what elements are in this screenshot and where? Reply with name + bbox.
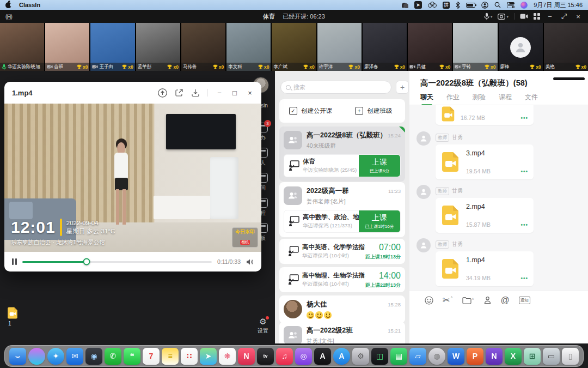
folder-caret[interactable]: ˄ — [472, 297, 474, 301]
chat-tab[interactable]: 文件 — [525, 93, 538, 106]
dock-reminders-icon[interactable]: ∷ — [181, 348, 198, 365]
share-icon[interactable] — [158, 88, 167, 98]
conversation-card[interactable]: 高一2022级2班 15:21 甘勇:[文件] — [279, 322, 405, 343]
dock-excel-icon[interactable]: X — [505, 348, 522, 365]
emoji-icon[interactable] — [425, 296, 433, 305]
webcam-dropdown-caret[interactable]: ▾ — [506, 15, 509, 19]
open-external-icon[interactable] — [175, 88, 183, 97]
account-icon[interactable] — [481, 1, 488, 9]
sender-avatar[interactable] — [416, 131, 431, 146]
download-icon[interactable] — [191, 88, 200, 97]
pause-button[interactable] — [12, 258, 17, 265]
dock-finder-icon[interactable]: ⌣ — [9, 348, 26, 365]
file-more-button[interactable]: ••• — [520, 168, 528, 174]
upcoming-lesson-card[interactable]: 高中物理、生物学法指导 华迈谭保鸿 (10小时) 14:00 距上课22时13分 — [279, 267, 405, 292]
window-resize-button[interactable]: ⤢ — [560, 12, 568, 21]
participant-tile[interactable]: 马传善 x0 — [181, 23, 225, 71]
dock-mail-icon[interactable]: ✉ — [66, 348, 83, 365]
seek-knob[interactable] — [83, 258, 90, 266]
mention-icon[interactable]: @ — [501, 295, 510, 305]
file-message-card[interactable]: 1.mp4 34.19 MB ••• — [436, 251, 534, 286]
chat-bubbles-icon[interactable] — [400, 2, 408, 8]
participant-tile[interactable]: 孟芊彤 x0 — [136, 23, 180, 71]
player-titlebar[interactable]: 1.mp4 − □ × — [4, 82, 261, 104]
player-minimize-button[interactable]: − — [216, 89, 223, 97]
sidebar-item-settings[interactable]: ⚙ 设置 — [250, 317, 275, 335]
dock-app-store-icon[interactable]: A — [333, 348, 350, 365]
partial-file-card[interactable]: 16.72 MB••• — [436, 105, 534, 125]
sender-avatar[interactable] — [416, 238, 431, 252]
microphone-icon[interactable]: ▾ — [484, 13, 493, 20]
dock-photo-booth-icon[interactable]: ◉ — [85, 348, 102, 365]
chat-tab[interactable]: 聊天 — [420, 93, 433, 106]
video-frame[interactable]: 12:01 2022-09-04 星期日 多云 31°C 乐东黎族自治县 · 龙… — [4, 104, 261, 252]
desktop-file-chip[interactable]: 1 — [7, 306, 20, 327]
participant-tile[interactable]: 宇铃 x0 — [453, 23, 497, 71]
dock-safari-icon[interactable]: ✦ — [47, 348, 64, 365]
dock-podcasts-icon[interactable]: ◎ — [295, 348, 312, 365]
screenshot-scissors-icon[interactable]: ✂˄ — [443, 295, 453, 305]
dock-music-icon[interactable]: ♫ — [276, 348, 293, 365]
conversation-card[interactable]: 高一2022级8班（弘毅班） 15:24 40来班级群 体育 华迈实验陈晓旭 (… — [279, 126, 405, 182]
control-center-icon[interactable] — [507, 1, 514, 9]
dock-siri-icon[interactable] — [28, 348, 45, 365]
battery-icon[interactable] — [466, 3, 475, 8]
dock-display-icon[interactable]: ▭ — [543, 348, 560, 365]
sender-avatar[interactable] — [416, 185, 431, 199]
file-message-card[interactable]: 2.mp4 15.87 MB ••• — [436, 198, 534, 233]
apple-menu-icon[interactable] — [5, 2, 11, 8]
conversation-card[interactable]: 2022级高一群 11:23 姜伟老师:[名片] 高中数学、政治、地理学… 华迈… — [279, 182, 405, 237]
add-button[interactable]: + — [396, 81, 409, 94]
participant-tile[interactable]: 王子由 x0 — [90, 23, 134, 71]
member-icon[interactable] — [483, 296, 492, 304]
notice-board-icon[interactable]: 通知 — [519, 297, 530, 304]
bluetooth-icon[interactable] — [456, 1, 460, 9]
enter-class-button[interactable]: 上课 已上课6分 — [359, 154, 400, 177]
siri-icon[interactable] — [520, 2, 528, 9]
conversation-card[interactable]: 杨大佳 15:28 — [279, 295, 405, 323]
file-more-button[interactable]: ••• — [520, 222, 528, 228]
chat-tab[interactable]: 测验 — [473, 93, 486, 106]
dock-word-icon[interactable]: W — [448, 348, 464, 365]
file-message-card[interactable]: 3.mp4 19.54 MB ••• — [436, 144, 534, 179]
player-maximize-button[interactable]: □ — [231, 89, 238, 97]
dock-maps-icon[interactable]: ➤ — [200, 348, 217, 365]
search-icon[interactable] — [494, 1, 501, 9]
participant-tile[interactable]: 李广斌 x0 — [272, 23, 316, 71]
player-close-button[interactable]: × — [246, 89, 254, 97]
file-more-button[interactable]: ••• — [520, 275, 528, 281]
window-close-button[interactable]: × — [574, 13, 583, 21]
dock-sphere-icon[interactable]: ◍ — [428, 348, 445, 365]
classin-tray-icon[interactable]: ➤ — [414, 1, 422, 9]
active-app-name[interactable]: ClassIn — [19, 2, 40, 8]
chat-input-area[interactable] — [409, 309, 588, 343]
pinyin-input-icon[interactable]: 拼 — [443, 2, 450, 9]
dock-screen-share-icon[interactable]: ⊞ — [524, 348, 541, 365]
dock-onenote-icon[interactable]: N — [486, 348, 503, 365]
dock-stocks-icon[interactable]: ◫ — [371, 348, 388, 365]
file-more-button[interactable]: ••• — [521, 115, 529, 121]
dock-numbers-icon[interactable]: ▤ — [390, 348, 407, 365]
dock-news-icon[interactable]: N — [238, 348, 255, 365]
upcoming-lesson-card[interactable]: 高中英语、化学学法指导 华迈谭保鸿 (10小时) 07:00 距上课15时13分 — [279, 239, 405, 264]
create-open-class-button[interactable]: ✓ 创建公开课 — [279, 107, 342, 115]
rings-icon[interactable] — [428, 2, 437, 8]
dock-photos-icon[interactable]: ❋ — [219, 348, 236, 365]
menu-bar-clock[interactable]: 9月7日 周三 15:46 — [534, 1, 583, 9]
participant-tile[interactable]: 吕健 x0 — [408, 23, 452, 71]
dock-facetime-icon[interactable]: ✆ — [105, 348, 121, 365]
screenshot-caret[interactable]: ˄ — [450, 295, 452, 299]
dock-trash-icon[interactable]: ▯ — [562, 348, 579, 365]
chat-tab[interactable]: 课程 — [499, 93, 512, 106]
dock-messages-icon[interactable]: ❝ — [124, 348, 140, 365]
dock-notes-icon[interactable]: ≡ — [162, 348, 179, 365]
seek-bar[interactable] — [22, 261, 212, 263]
video-camera-icon[interactable] — [520, 14, 528, 19]
dock-apple-tv-icon[interactable]: A — [314, 348, 331, 365]
search-input[interactable]: 搜索 — [280, 81, 391, 94]
dock-settings-icon[interactable]: ⚙ — [352, 348, 369, 365]
dock-powerpoint-icon[interactable]: P — [467, 348, 483, 365]
webcam-icon[interactable]: ▾ — [498, 14, 509, 20]
mic-dropdown-caret[interactable]: ▾ — [491, 15, 493, 19]
participant-tile[interactable]: 李文科 x0 — [226, 23, 271, 71]
